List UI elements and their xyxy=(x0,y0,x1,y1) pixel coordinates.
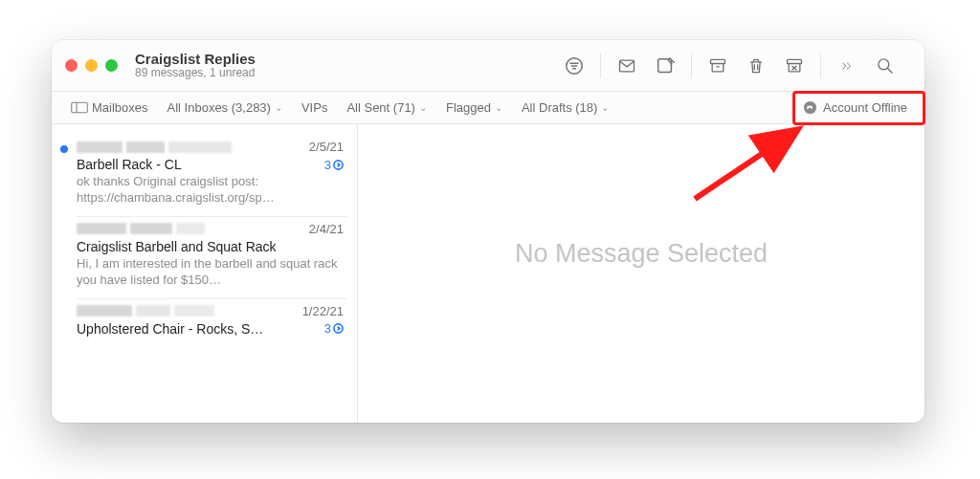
message-preview: Hi, I am interested in the barbell and s… xyxy=(77,256,344,289)
filter-button[interactable] xyxy=(564,55,585,76)
message-subject: Craigslist Barbell and Squat Rack xyxy=(77,239,344,254)
chevron-down-icon: ⌄ xyxy=(495,102,502,113)
message-item[interactable]: 2/4/21 Craigslist Barbell and Squat Rack… xyxy=(52,216,357,298)
sender-redacted xyxy=(77,305,295,316)
vips-label: VIPs xyxy=(301,100,327,115)
svg-rect-17 xyxy=(72,102,88,113)
close-window-button[interactable] xyxy=(65,59,78,72)
zoom-window-button[interactable] xyxy=(105,59,118,72)
svg-point-15 xyxy=(879,58,889,69)
message-list[interactable]: 2/5/21 Barbell Rack - CL 3 ok thanks Ori… xyxy=(52,124,358,423)
all-sent-item[interactable]: All Sent (71) ⌄ xyxy=(337,100,436,115)
search-button[interactable] xyxy=(875,55,896,76)
mailboxes-label: Mailboxes xyxy=(92,100,148,115)
message-date: 2/5/21 xyxy=(309,140,344,154)
sender-redacted xyxy=(77,223,301,234)
toolbar xyxy=(548,54,911,78)
archive-button[interactable] xyxy=(707,55,728,76)
delete-button[interactable] xyxy=(746,55,767,76)
sender-redacted xyxy=(77,142,301,153)
message-subject: Upholstered Chair - Rocks, S… 3 xyxy=(77,321,344,337)
message-date: 1/22/21 xyxy=(302,304,344,318)
message-subject: Barbell Rack - CL 3 xyxy=(77,157,344,172)
traffic-lights xyxy=(65,59,118,72)
svg-point-21 xyxy=(334,324,343,333)
mail-window: Craigslist Replies 89 messages, 1 unread xyxy=(52,40,924,423)
thread-count[interactable]: 3 xyxy=(324,321,344,336)
chevron-down-icon: ⌄ xyxy=(601,102,609,113)
svg-line-16 xyxy=(888,68,893,73)
favorites-bar: Mailboxes All Inboxes (3,283) ⌄ VIPs All… xyxy=(52,92,924,124)
message-preview: ok thanks Original craigslist post: http… xyxy=(77,174,344,207)
account-offline-label: Account Offline xyxy=(823,100,907,115)
get-mail-button[interactable] xyxy=(616,55,637,76)
flagged-label: Flagged xyxy=(446,100,491,115)
chevron-down-icon: ⌄ xyxy=(419,102,427,113)
svg-rect-8 xyxy=(711,59,725,63)
mailbox-title: Craigslist Replies xyxy=(135,51,256,67)
title-block: Craigslist Replies 89 messages, 1 unread xyxy=(135,51,256,80)
minimize-window-button[interactable] xyxy=(85,59,98,72)
message-date: 2/4/21 xyxy=(309,222,344,236)
svg-point-20 xyxy=(334,160,343,168)
offline-icon xyxy=(803,100,817,115)
message-item[interactable]: 1/22/21 Upholstered Chair - Rocks, S… 3 xyxy=(52,298,357,346)
mailbox-subtitle: 89 messages, 1 unread xyxy=(135,67,256,80)
titlebar: Craigslist Replies 89 messages, 1 unread xyxy=(52,40,924,92)
more-toolbar-button[interactable] xyxy=(836,55,858,76)
all-sent-label: All Sent (71) xyxy=(346,100,415,115)
junk-button[interactable] xyxy=(784,55,805,76)
vips-item[interactable]: VIPs xyxy=(292,100,337,115)
all-inboxes-item[interactable]: All Inboxes (3,283) ⌄ xyxy=(158,100,292,115)
message-item[interactable]: 2/5/21 Barbell Rack - CL 3 ok thanks Ori… xyxy=(52,134,357,216)
all-inboxes-label: All Inboxes (3,283) xyxy=(167,100,271,115)
content-area: 2/5/21 Barbell Rack - CL 3 ok thanks Ori… xyxy=(52,124,924,423)
all-drafts-item[interactable]: All Drafts (18) ⌄ xyxy=(512,100,618,115)
svg-rect-12 xyxy=(788,59,802,63)
no-message-selected: No Message Selected xyxy=(515,239,768,269)
account-offline-button[interactable]: Account Offline xyxy=(795,98,915,118)
chevron-right-icon xyxy=(333,160,344,170)
unread-dot-icon xyxy=(60,145,68,153)
mailboxes-button[interactable]: Mailboxes xyxy=(61,100,158,115)
compose-button[interactable] xyxy=(655,55,676,76)
flagged-item[interactable]: Flagged ⌄ xyxy=(436,100,512,115)
chevron-right-icon xyxy=(333,323,344,334)
thread-count[interactable]: 3 xyxy=(324,158,344,172)
detail-pane: No Message Selected xyxy=(358,124,924,423)
chevron-down-icon: ⌄ xyxy=(275,102,282,113)
all-drafts-label: All Drafts (18) xyxy=(522,100,597,115)
